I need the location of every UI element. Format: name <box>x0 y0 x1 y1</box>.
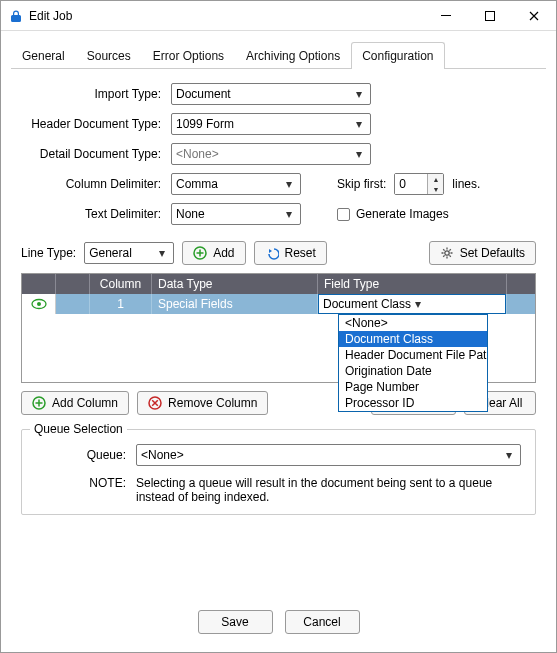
svg-rect-0 <box>441 15 451 16</box>
chevron-down-icon: ▾ <box>411 297 425 311</box>
titlebar: Edit Job <box>1 1 556 31</box>
column-grid: Column Data Type Field Type 1 Special Fi… <box>21 273 536 383</box>
dialog-footer: Save Cancel <box>1 592 556 652</box>
grid-header-fieldtype[interactable]: Field Type <box>318 274 507 294</box>
row-blank <box>56 294 90 314</box>
queue-label: Queue: <box>36 448 136 462</box>
import-type-label: Import Type: <box>21 87 171 101</box>
note-label: NOTE: <box>36 476 136 504</box>
tab-sources[interactable]: Sources <box>76 42 142 69</box>
row-fieldtype-cell[interactable]: Document Class ▾ <box>318 294 507 314</box>
add-line-button[interactable]: Add <box>182 241 245 265</box>
queue-select[interactable]: <None> ▾ <box>136 444 521 466</box>
config-panel: Import Type: Document ▾ Header Document … <box>1 69 556 592</box>
column-delim-value: Comma <box>176 177 282 191</box>
maximize-button[interactable] <box>468 1 512 31</box>
add-line-label: Add <box>213 246 234 260</box>
dropdown-option[interactable]: Processor ID <box>339 395 487 411</box>
header-doc-type-select[interactable]: 1099 Form ▾ <box>171 113 371 135</box>
line-type-value: General <box>89 246 155 260</box>
row-datatype-value: Special Fields <box>152 294 318 314</box>
chevron-down-icon: ▾ <box>282 177 296 191</box>
chevron-down-icon: ▾ <box>352 87 366 101</box>
row-marker <box>22 294 56 314</box>
detail-doc-type-label: Detail Document Type: <box>21 147 171 161</box>
row-column-value: 1 <box>90 294 152 314</box>
grid-header-trail <box>507 274 535 294</box>
reset-button[interactable]: Reset <box>254 241 327 265</box>
grid-row[interactable]: 1 Special Fields Document Class ▾ <box>22 294 535 314</box>
spin-up-icon[interactable]: ▲ <box>428 174 443 184</box>
text-delim-select[interactable]: None ▾ <box>171 203 301 225</box>
chevron-down-icon: ▾ <box>352 147 366 161</box>
queue-legend: Queue Selection <box>30 422 127 436</box>
header-doc-type-label: Header Document Type: <box>21 117 171 131</box>
queue-selection-group: Queue Selection Queue: <None> ▾ NOTE: Se… <box>21 429 536 515</box>
remove-column-button[interactable]: Remove Column <box>137 391 268 415</box>
svg-point-5 <box>37 302 41 306</box>
import-type-value: Document <box>176 87 352 101</box>
set-defaults-label: Set Defaults <box>460 246 525 260</box>
grid-header: Column Data Type Field Type <box>22 274 535 294</box>
chevron-down-icon: ▾ <box>155 246 169 260</box>
spin-down-icon[interactable]: ▼ <box>428 184 443 194</box>
header-doc-type-value: 1099 Form <box>176 117 352 131</box>
row-trail <box>507 294 535 314</box>
minimize-button[interactable] <box>424 1 468 31</box>
remove-column-label: Remove Column <box>168 396 257 410</box>
detail-doc-type-select[interactable]: <None> ▾ <box>171 143 371 165</box>
detail-doc-type-placeholder: <None> <box>176 147 352 161</box>
note-text: Selecting a queue will result in the doc… <box>136 476 521 504</box>
set-defaults-button[interactable]: Set Defaults <box>429 241 536 265</box>
svg-rect-1 <box>486 11 495 20</box>
reset-label: Reset <box>285 246 316 260</box>
column-delim-label: Column Delimiter: <box>21 177 171 191</box>
dropdown-option[interactable]: Header Document File Path <box>339 347 487 363</box>
field-type-select[interactable]: Document Class ▾ <box>318 294 506 314</box>
line-type-label: Line Type: <box>21 246 76 260</box>
plus-circle-icon <box>193 246 207 260</box>
gear-icon <box>440 246 454 260</box>
close-button[interactable] <box>512 1 556 31</box>
grid-header-marker <box>22 274 56 294</box>
grid-header-datatype[interactable]: Data Type <box>152 274 318 294</box>
save-button[interactable]: Save <box>198 610 273 634</box>
save-label: Save <box>221 615 248 629</box>
svg-point-3 <box>444 251 448 255</box>
line-type-select[interactable]: General ▾ <box>84 242 174 264</box>
dropdown-option[interactable]: Page Number <box>339 379 487 395</box>
tab-archiving-options[interactable]: Archiving Options <box>235 42 351 69</box>
field-type-dropdown: <None> Document Class Header Document Fi… <box>338 314 488 412</box>
dropdown-option[interactable]: Document Class <box>339 331 487 347</box>
column-delim-select[interactable]: Comma ▾ <box>171 173 301 195</box>
grid-header-column[interactable]: Column <box>90 274 152 294</box>
dropdown-option[interactable]: Origination Date <box>339 363 487 379</box>
window-title: Edit Job <box>29 9 424 23</box>
grid-header-blank <box>56 274 90 294</box>
tab-error-options[interactable]: Error Options <box>142 42 235 69</box>
generate-images-checkbox[interactable] <box>337 208 350 221</box>
skip-first-input[interactable]: ▲ ▼ <box>394 173 444 195</box>
field-type-value: Document Class <box>323 297 411 311</box>
chevron-down-icon: ▾ <box>352 117 366 131</box>
chevron-down-icon: ▾ <box>502 448 516 462</box>
text-delim-value: None <box>176 207 282 221</box>
cancel-label: Cancel <box>303 615 340 629</box>
cancel-button[interactable]: Cancel <box>285 610 360 634</box>
chevron-down-icon: ▾ <box>282 207 296 221</box>
edit-job-window: Edit Job General Sources Error Options A… <box>0 0 557 653</box>
import-type-select[interactable]: Document ▾ <box>171 83 371 105</box>
tab-general[interactable]: General <box>11 42 76 69</box>
skip-first-suffix: lines. <box>452 177 480 191</box>
tab-configuration[interactable]: Configuration <box>351 42 444 69</box>
skip-first-value[interactable] <box>395 174 427 194</box>
lock-icon <box>9 9 23 23</box>
generate-images-label: Generate Images <box>356 207 449 221</box>
skip-first-label: Skip first: <box>337 177 386 191</box>
undo-arrow-icon <box>265 246 279 260</box>
add-column-label: Add Column <box>52 396 118 410</box>
dropdown-option[interactable]: <None> <box>339 315 487 331</box>
tab-strip: General Sources Error Options Archiving … <box>11 41 546 69</box>
queue-value: <None> <box>141 448 502 462</box>
add-column-button[interactable]: Add Column <box>21 391 129 415</box>
